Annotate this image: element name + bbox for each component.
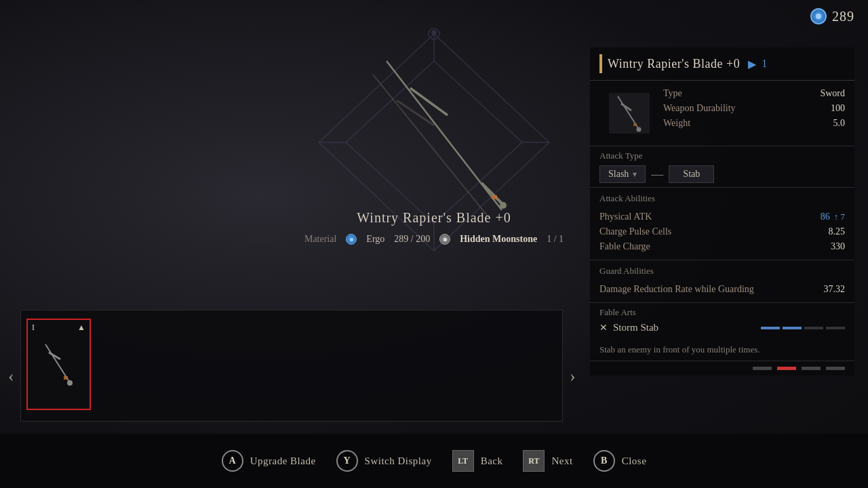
svg-line-19: [618, 96, 638, 128]
type-label: Type: [663, 88, 682, 99]
moonstone-count: 1 / 1: [547, 234, 564, 245]
guard-abilities-stats: Damage Reduction Rate while Guarding 37.…: [590, 279, 854, 302]
item-thumbnail: [609, 93, 650, 134]
charge-pulse-row: Charge Pulse Cells 8.25: [599, 224, 845, 239]
attack-type-section: Attack Type Slash ▾ — Stab: [590, 146, 854, 187]
weight-row: Weight 5.0: [663, 116, 845, 131]
inventory-panel: I ▲: [20, 310, 563, 422]
stab-label: Stab: [683, 169, 700, 179]
damage-reduction-row: Damage Reduction Rate while Guarding 37.…: [599, 282, 845, 297]
fable-arts-label: Fable Arts: [599, 307, 845, 318]
attack-type-slash[interactable]: Slash ▾: [599, 165, 646, 183]
next-button-label: Next: [551, 455, 572, 467]
physical-atk-up: ↑ 7: [834, 211, 845, 222]
geometric-frame: [292, 20, 576, 264]
page-dot-4: [826, 367, 845, 370]
back-button-label: Back: [481, 455, 503, 467]
damage-reduction-label: Damage Reduction Rate while Guarding: [599, 284, 754, 295]
inventory-slot-0[interactable]: I ▲: [26, 319, 91, 410]
weapon-display-area: [292, 20, 576, 264]
slot-number: I: [32, 323, 35, 333]
fable-skill-desc: Stab an enemy in front of you multiple t…: [590, 338, 854, 361]
ergo-icon: [346, 234, 357, 245]
next-btn-group[interactable]: RT Next: [523, 450, 572, 472]
basic-stats-list: Type Sword Weapon Durability 100 Weight …: [663, 86, 845, 131]
upgrade-button-key: A: [222, 450, 243, 472]
physical-atk-label: Physical ATK: [599, 211, 652, 222]
ergo-currency-icon: [810, 8, 827, 24]
durability-row: Weapon Durability 100: [663, 101, 845, 116]
ergo-label: Ergo: [366, 234, 384, 245]
page-dot-2: [777, 367, 796, 370]
svg-point-21: [637, 127, 642, 132]
panel-header: Wintry Rapier's Blade +0 ▶ 1: [590, 47, 854, 81]
material-label: Material: [304, 234, 336, 245]
switch-btn-group[interactable]: Y Switch Display: [336, 450, 432, 472]
svg-line-10: [481, 183, 502, 203]
inventory-prev-arrow[interactable]: ‹: [8, 366, 14, 386]
close-button-label: Close: [622, 455, 647, 467]
switch-button-label: Switch Display: [365, 455, 432, 467]
svg-point-7: [432, 30, 436, 35]
type-value: Sword: [820, 88, 845, 99]
switch-button-key: Y: [336, 450, 358, 472]
fable-skill-icon: ✕: [599, 322, 608, 333]
svg-rect-14: [492, 195, 497, 199]
moonstone-label: Hidden Moonstone: [460, 234, 537, 245]
charge-pulse-value: 8.25: [829, 226, 846, 237]
fable-skill-name: Storm Stab: [613, 322, 658, 333]
page-dot-1: [753, 367, 772, 370]
attack-type-row: Slash ▾ — Stab: [599, 165, 845, 183]
fable-bar-4: [826, 327, 845, 329]
bottom-bar: A Upgrade Blade Y Switch Display LT Back…: [0, 434, 868, 488]
panel-arrow-icon: ▶: [748, 58, 756, 70]
svg-rect-18: [64, 376, 68, 380]
weapon-name: Wintry Rapier's Blade +0: [357, 210, 511, 226]
attack-abilities-stats: Physical ATK 86 ↑ 7 Charge Pulse Cells 8…: [590, 207, 854, 260]
upgrade-button-label: Upgrade Blade: [250, 455, 316, 467]
stats-panel: Wintry Rapier's Blade +0 ▶ 1 Type Sword …: [590, 47, 854, 375]
svg-line-9: [410, 88, 448, 115]
close-btn-group[interactable]: B Close: [593, 450, 647, 472]
physical-atk-row: Physical ATK 86 ↑ 7: [599, 209, 845, 224]
fable-skill-row: ✕ Storm Stab: [599, 322, 845, 333]
fable-charge-bars: [761, 327, 845, 329]
back-button-key: LT: [452, 450, 474, 472]
durability-value: 100: [831, 103, 845, 114]
currency-amount: 289: [832, 9, 854, 24]
physical-atk-value: 86: [821, 211, 830, 222]
slash-label: Slash: [608, 169, 629, 180]
next-button-key: RT: [523, 450, 545, 472]
durability-label: Weapon Durability: [663, 103, 736, 114]
type-row: Type Sword: [663, 86, 845, 101]
back-btn-group[interactable]: LT Back: [452, 450, 503, 472]
svg-line-13: [397, 100, 434, 125]
inventory-next-arrow[interactable]: ›: [570, 366, 576, 386]
fable-bar-1: [761, 327, 780, 329]
panel-accent-bar: [599, 54, 602, 73]
moonstone-icon: [439, 234, 450, 245]
panel-upgrade-num: 1: [762, 58, 767, 70]
fable-charge-row: Fable Charge 330: [599, 239, 845, 254]
currency-bar: 289: [810, 8, 854, 24]
fable-bar-2: [783, 327, 802, 329]
upgrade-btn-group[interactable]: A Upgrade Blade: [222, 450, 316, 472]
charge-pulse-label: Charge Pulse Cells: [599, 226, 671, 237]
panel-title: Wintry Rapier's Blade +0: [608, 57, 740, 71]
fable-charge-value: 330: [831, 241, 845, 252]
material-row: Material Ergo 289 / 200 Hidden Moonstone…: [304, 234, 564, 245]
slot-upgrade-arrow: ▲: [77, 323, 85, 333]
damage-reduction-value: 37.32: [824, 284, 846, 295]
page-dot-3: [802, 367, 821, 370]
weight-label: Weight: [663, 118, 690, 129]
weight-value: 5.0: [833, 118, 846, 129]
svg-line-15: [45, 344, 69, 382]
svg-point-11: [500, 202, 507, 209]
svg-rect-22: [633, 123, 637, 126]
close-button-key: B: [593, 450, 615, 472]
basic-stats-area: Type Sword Weapon Durability 100 Weight …: [590, 81, 854, 146]
ergo-value: 289 / 200: [394, 234, 430, 245]
svg-line-12: [373, 75, 488, 217]
fable-bar-3: [804, 327, 823, 329]
guard-abilities-header: Guard Abilities: [590, 260, 854, 279]
